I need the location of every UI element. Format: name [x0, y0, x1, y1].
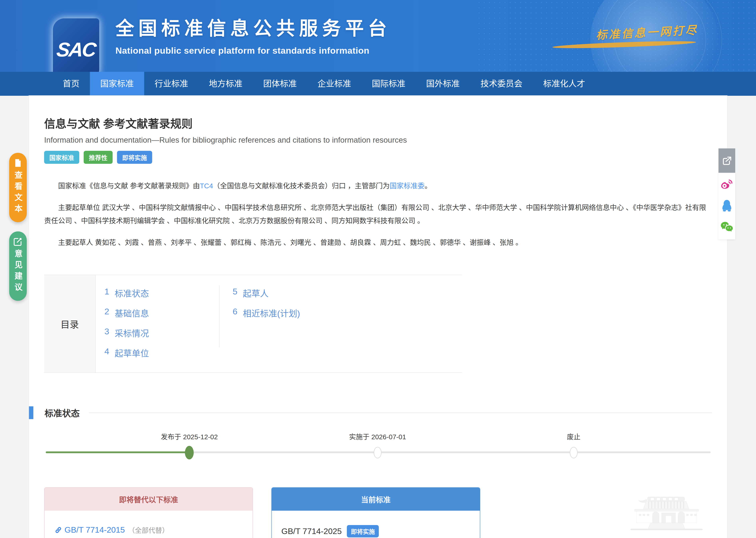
standard-title-en: Information and documentation—Rules for … — [44, 135, 712, 144]
share-icon — [722, 155, 732, 166]
nav-item-enterprise-standards[interactable]: 企业标准 — [307, 72, 361, 96]
timeline-progress — [46, 452, 189, 453]
feedback-label: 意见建议 — [12, 249, 24, 294]
edit-icon — [13, 237, 23, 246]
card-current-standard: 当前标准 GB/T 7714-2025 即将实施 信息与文献 参考文献著录规则 — [271, 487, 480, 538]
tc4-link[interactable]: TC4 — [200, 182, 213, 190]
nav-item-local-standards[interactable]: 地方标准 — [199, 72, 253, 96]
qq-icon[interactable] — [721, 199, 733, 212]
toc-item-similar-standards[interactable]: 6 相近标准(计划) — [233, 307, 300, 319]
card-replaced-code-row: GB/T 7714-2015 （全部代替） — [54, 525, 243, 535]
timeline-dot-abolished — [570, 447, 578, 458]
timeline-dot-published — [185, 446, 194, 459]
site-title-cn: 全国标准信息公共服务平台 — [115, 13, 391, 40]
paragraph-drafting-units: 主要起草单位 武汉大学 、中国科学院文献情报中心 、中国科学技术信息研究所 、北… — [44, 201, 712, 228]
replaced-standard-note: （全部代替） — [128, 525, 169, 535]
paragraph-text: 。 — [425, 182, 432, 190]
sac-authority-link[interactable]: 国家标准委 — [390, 182, 425, 190]
timeline-label-implemented: 实施于 2026-07-01 — [349, 431, 406, 441]
card-current-body: GB/T 7714-2025 即将实施 信息与文献 参考文献著录规则 — [272, 511, 480, 538]
content-panel: 信息与文献 参考文献著录规则 Information and documenta… — [29, 96, 727, 538]
badge-recommended: 推荐性 — [84, 151, 113, 164]
sac-logo-text: SAC — [55, 38, 96, 61]
toc-label: 目录 — [44, 275, 95, 372]
chain-link-icon — [54, 526, 62, 534]
status-section-header: 标准状态 — [29, 406, 712, 419]
card-current-code-row: GB/T 7714-2025 即将实施 — [282, 525, 470, 537]
toc-column-divider — [219, 286, 220, 347]
timeline-label-abolished: 废止 — [567, 431, 581, 441]
nav-item-standardization-talent[interactable]: 标准化人才 — [533, 72, 596, 96]
card-replaced-header: 即将替代以下标准 — [44, 488, 253, 511]
badge-row: 国家标准 推荐性 即将实施 — [44, 151, 712, 164]
weibo-icon[interactable] — [721, 179, 733, 190]
section-accent-bar — [29, 406, 33, 419]
site-header: 标准信息一网打尽 SAC 全国标准信息公共服务平台 National publi… — [0, 0, 756, 72]
nav-item-national-standards[interactable]: 国家标准 — [90, 72, 144, 96]
wechat-icon[interactable] — [721, 221, 733, 232]
page: 标准信息一网打尽 SAC 全国标准信息公共服务平台 National publi… — [0, 0, 756, 538]
site-titles: 全国标准信息公共服务平台 National public service pla… — [115, 13, 391, 56]
toc-box: 目录 1 标准状态 2 基础信息 3 采标情况 — [44, 275, 462, 373]
nav-item-foreign-standards[interactable]: 国外标准 — [416, 72, 470, 96]
share-button[interactable] — [719, 148, 735, 173]
status-timeline: 发布于 2025-12-02 实施于 2026-07-01 废止 — [46, 431, 713, 477]
toc-item-drafters[interactable]: 5 起草人 — [233, 287, 300, 299]
share-icons — [719, 173, 735, 240]
paragraph-text: （全国信息与文献标准化技术委员会）归口 ，主管部门为 — [213, 182, 390, 190]
share-panel — [719, 148, 735, 240]
toc-item-num: 6 — [233, 307, 237, 319]
section-divider-line — [89, 412, 712, 413]
badge-upcoming: 即将实施 — [117, 151, 152, 164]
toc-item-num: 1 — [104, 287, 109, 299]
nav-item-home[interactable]: 首页 — [52, 72, 90, 96]
toc-item-num: 5 — [233, 287, 237, 299]
card-replaced-standard: 即将替代以下标准 GB/T 7714-2015 （全部代替） — [44, 487, 253, 538]
toc-item-label: 相近标准(计划) — [243, 307, 300, 319]
toc-item-status[interactable]: 1 标准状态 — [104, 287, 219, 299]
toc-item-num: 2 — [104, 307, 109, 319]
sac-logo[interactable]: SAC — [53, 18, 99, 72]
toc-item-drafting-units[interactable]: 4 起草单位 — [104, 347, 219, 359]
view-text-button[interactable]: 查看文本 — [9, 153, 27, 222]
toc-item-label: 基础信息 — [115, 307, 149, 319]
paragraph-drafters: 主要起草人 黄如花 、刘霞 、曾燕 、刘孝平 、张耀蕾 、郭红梅 、陈浩元 、刘… — [44, 236, 712, 249]
nav-item-group-standards[interactable]: 团体标准 — [253, 72, 307, 96]
nav-item-technical-committees[interactable]: 技术委员会 — [470, 72, 533, 96]
toc-item-label: 起草人 — [243, 287, 269, 299]
toc-column-2: 5 起草人 6 相近标准(计划) — [219, 287, 300, 366]
main-nav: 首页 国家标准 行业标准 地方标准 团体标准 企业标准 国际标准 国外标准 技术… — [0, 72, 756, 96]
toc-body: 1 标准状态 2 基础信息 3 采标情况 4 起草单位 — [95, 275, 462, 372]
paragraph-text: 国家标准《信息与文献 参考文献著录规则》由 — [58, 182, 200, 190]
replaced-standard-link[interactable]: GB/T 7714-2015 — [65, 525, 125, 535]
card-current-header: 当前标准 — [272, 488, 480, 511]
toc-item-adoption[interactable]: 3 采标情况 — [104, 327, 219, 339]
toc-item-label: 标准状态 — [115, 287, 149, 299]
badge-national-standard: 国家标准 — [44, 151, 79, 164]
toc-item-num: 3 — [104, 327, 109, 339]
standard-title-cn: 信息与文献 参考文献著录规则 — [44, 115, 712, 131]
nav-item-international-standards[interactable]: 国际标准 — [361, 72, 416, 96]
card-replaced-body: GB/T 7714-2015 （全部代替） 信息与文献 参考文献著录规则 — [44, 511, 253, 538]
timeline-dot-implemented — [374, 447, 382, 458]
nav-item-industry-standards[interactable]: 行业标准 — [144, 72, 199, 96]
standard-cards: 即将替代以下标准 GB/T 7714-2015 （全部代替） — [44, 487, 712, 538]
feedback-button[interactable]: 意见建议 — [9, 231, 27, 301]
toc-item-label: 采标情况 — [115, 327, 149, 339]
status-section-title: 标准状态 — [44, 406, 80, 419]
paragraph-governance: 国家标准《信息与文献 参考文献著录规则》由TC4（全国信息与文献标准化技术委员会… — [44, 179, 712, 193]
toc-column-1: 1 标准状态 2 基础信息 3 采标情况 4 起草单位 — [104, 287, 219, 366]
building-watermark — [629, 489, 723, 535]
current-standard-code: GB/T 7714-2025 — [282, 527, 342, 536]
timeline-label-published: 发布于 2025-12-02 — [161, 431, 218, 441]
site-title-en: National public service platform for sta… — [115, 45, 391, 56]
toc-item-label: 起草单位 — [115, 347, 149, 359]
toc-item-num: 4 — [104, 347, 109, 359]
current-standard-badge: 即将实施 — [347, 525, 379, 537]
document-icon — [13, 158, 23, 168]
description-paragraphs: 国家标准《信息与文献 参考文献著录规则》由TC4（全国信息与文献标准化技术委员会… — [44, 179, 712, 249]
toc-item-basic-info[interactable]: 2 基础信息 — [104, 307, 219, 319]
view-text-label: 查看文本 — [12, 171, 24, 215]
